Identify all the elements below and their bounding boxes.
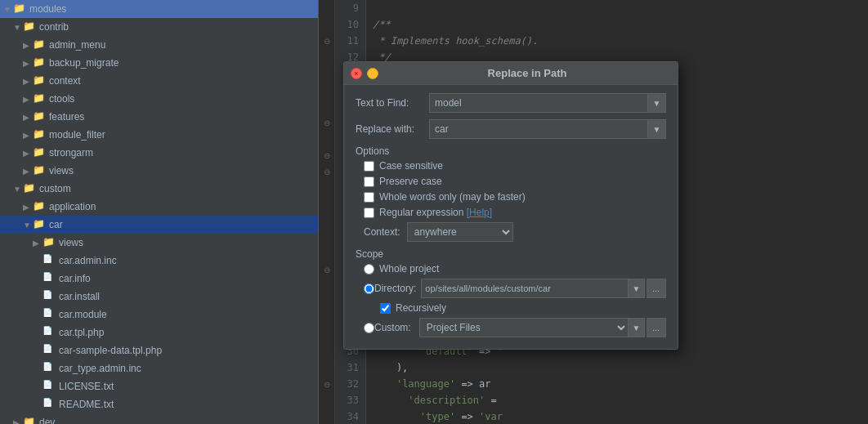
code-line-11: * Implements hook_schema(). [373, 33, 861, 49]
tree-item-readme[interactable]: 📄 README.txt [0, 395, 318, 413]
tree-item-custom[interactable]: ▼ 📁 custom [0, 180, 318, 198]
tree-item-context[interactable]: ▶ 📁 context [0, 72, 318, 90]
gutter-21 [319, 196, 334, 212]
tree-item-application[interactable]: ▶ 📁 application [0, 198, 318, 216]
tree-arrow-backup-migrate: ▶ [23, 59, 33, 68]
code-editor: ⊖ ⊖ ⊖ ⊖ ⊖ ⊖ [319, 0, 868, 424]
directory-input[interactable] [421, 279, 629, 298]
tree-item-modules[interactable]: ▼ 📁 modules [0, 0, 318, 18]
folder-icon-dev: 📁 [23, 416, 36, 424]
tree-label-application: application [49, 201, 96, 212]
file-icon-car-info: 📄 [43, 272, 56, 285]
preserve-case-checkbox[interactable] [364, 176, 374, 187]
tree-item-contrib[interactable]: ▼ 📁 contrib [0, 18, 318, 36]
code-line-32: 'language' => ar [373, 376, 861, 392]
directory-browse-button[interactable]: ... [647, 279, 666, 298]
tree-item-car-info[interactable]: 📄 car.info [0, 270, 318, 288]
tree-item-car-views[interactable]: ▶ 📁 views [0, 234, 318, 252]
recursively-checkbox[interactable] [380, 303, 391, 314]
dialog-close-button[interactable]: × [351, 68, 362, 79]
tree-arrow-contrib: ▼ [13, 23, 23, 32]
case-sensitive-checkbox[interactable] [364, 161, 374, 172]
custom-label: Custom: [374, 322, 411, 333]
gutter-26 [319, 278, 334, 294]
tree-label-custom: custom [39, 183, 71, 194]
custom-browse-button[interactable]: ... [647, 318, 666, 337]
tree-arrow-strongarm: ▶ [23, 149, 33, 158]
tree-item-car-admin-inc[interactable]: 📄 car.admin.inc [0, 252, 318, 270]
gutter-20 [319, 180, 334, 196]
folder-icon-strongarm: 📁 [33, 146, 46, 159]
tree-item-ctools[interactable]: ▶ 📁 ctools [0, 90, 318, 108]
directory-radio[interactable] [364, 283, 374, 294]
tree-item-dev[interactable]: ▶ 📁 dev [0, 413, 318, 424]
replace-with-dropdown-button[interactable]: ▼ [648, 119, 666, 139]
code-line-9 [373, 0, 861, 16]
whole-project-radio[interactable] [364, 264, 374, 274]
tree-item-admin-menu[interactable]: ▶ 📁 admin_menu [0, 36, 318, 54]
gutter-24 [319, 245, 334, 261]
file-icon-car-tpl: 📄 [43, 326, 56, 339]
gutter-32: ⊖ [319, 376, 334, 392]
directory-dropdown-button[interactable]: ▼ [629, 279, 645, 298]
custom-select[interactable]: Project Files [419, 318, 629, 337]
tree-item-backup-migrate[interactable]: ▶ 📁 backup_migrate [0, 54, 318, 72]
whole-words-label: Whole words only (may be faster) [379, 191, 526, 203]
file-tree-sidebar: ▼ 📁 modules ▼ 📁 contrib ▶ 📁 admin_menu ▶… [0, 0, 319, 424]
tree-label-car: car [49, 219, 63, 230]
custom-radio[interactable] [364, 323, 374, 333]
regex-checkbox[interactable] [364, 208, 374, 218]
file-icon-car-admin: 📄 [43, 254, 56, 267]
recursively-row: Recursively [356, 302, 666, 314]
tree-arrow-module-filter: ▶ [23, 131, 33, 140]
whole-words-checkbox[interactable] [364, 192, 374, 203]
context-label: Context: [364, 226, 400, 238]
text-to-find-dropdown-button[interactable]: ▼ [648, 93, 666, 113]
gutter-27 [319, 294, 334, 310]
replace-with-label: Replace with: [356, 123, 429, 135]
folder-icon-car: 📁 [33, 218, 46, 231]
tree-item-car-tpl[interactable]: 📄 car.tpl.php [0, 324, 318, 341]
folder-icon-backup-migrate: 📁 [33, 56, 46, 69]
gutter-19: ⊖ [319, 163, 334, 180]
tree-item-views-contrib[interactable]: ▶ 📁 views [0, 162, 318, 180]
tree-item-features[interactable]: ▶ 📁 features [0, 108, 318, 126]
replace-with-input-wrap: ▼ [429, 119, 666, 139]
tree-item-car-type[interactable]: 📄 car_type.admin.inc [0, 359, 318, 377]
tree-item-car-module[interactable]: 📄 car.module [0, 306, 318, 324]
code-line-33: 'description' = [373, 392, 861, 408]
tree-arrow-dev: ▶ [13, 418, 23, 425]
regex-text: Regular expression [379, 207, 463, 218]
folder-icon-views-contrib: 📁 [33, 164, 46, 177]
dialog-minimize-button[interactable] [367, 68, 378, 79]
tree-item-car-install[interactable]: 📄 car.install [0, 288, 318, 306]
tree-label-dev: dev [39, 417, 55, 424]
tree-label-admin-menu: admin_menu [49, 39, 105, 51]
text-to-find-input[interactable] [429, 93, 648, 113]
tree-label-features: features [49, 111, 84, 123]
gutter-13 [319, 65, 334, 82]
text-to-find-row: Text to Find: ▼ [356, 93, 666, 113]
replace-with-input[interactable] [429, 119, 648, 139]
preserve-case-label: Preserve case [379, 176, 442, 187]
gutter-22 [319, 212, 334, 229]
tree-item-module-filter[interactable]: ▶ 📁 module_filter [0, 126, 318, 144]
tree-item-car[interactable]: ▼ 📁 car [0, 216, 318, 234]
recursively-label: Recursively [396, 302, 446, 314]
regex-help-link[interactable]: [Help] [467, 207, 492, 218]
custom-dropdown-button[interactable]: ▼ [629, 318, 645, 337]
folder-icon-ctools: 📁 [33, 92, 46, 105]
tree-label-car-module: car.module [59, 309, 107, 320]
tree-label-license: LICENSE.txt [59, 381, 114, 392]
folder-icon-custom: 📁 [23, 182, 36, 195]
context-select[interactable]: anywhere in comments outside comments [407, 222, 513, 242]
tree-item-license[interactable]: 📄 LICENSE.txt [0, 377, 318, 395]
tree-arrow-views-contrib: ▶ [23, 167, 33, 176]
tree-arrow-application: ▶ [23, 203, 33, 212]
tree-arrow-ctools: ▶ [23, 95, 33, 104]
tree-item-strongarm[interactable]: ▶ 📁 strongarm [0, 144, 318, 162]
tree-item-car-sample[interactable]: 📄 car-sample-data.tpl.php [0, 341, 318, 359]
folder-icon-contrib: 📁 [23, 20, 36, 33]
gutter-33 [319, 392, 334, 408]
tree-label-car-admin-inc: car.admin.inc [59, 255, 117, 266]
